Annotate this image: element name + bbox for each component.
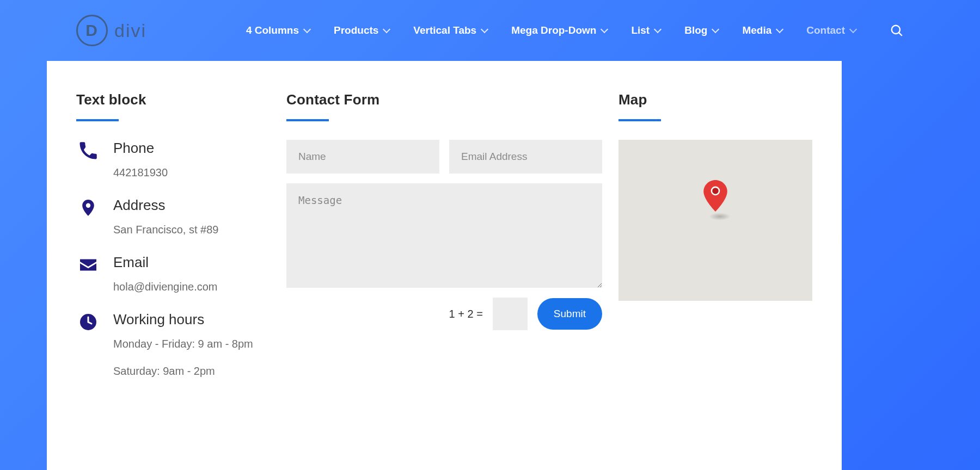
info-email-label: Email — [113, 254, 218, 271]
map-marker-icon — [703, 180, 727, 214]
nav-media[interactable]: Media — [742, 24, 782, 36]
map-widget[interactable] — [618, 140, 812, 301]
clock-icon — [76, 311, 100, 380]
section-underline — [286, 119, 329, 121]
email-input[interactable] — [449, 140, 602, 174]
brand-logo[interactable]: D divi — [76, 15, 146, 46]
info-email: Email hola@diviengine.com — [76, 254, 270, 296]
chevron-down-icon — [481, 26, 488, 33]
nav-label: 4 Columns — [246, 24, 299, 36]
brand-name: divi — [114, 20, 146, 41]
map-column: Map — [618, 91, 812, 448]
info-phone: Phone 442181930 — [76, 140, 270, 182]
info-hours-label: Working hours — [113, 311, 253, 328]
map-title: Map — [618, 91, 812, 108]
section-underline — [618, 119, 661, 121]
nav-label: Mega Drop-Down — [511, 24, 596, 36]
nav-label: Media — [742, 24, 771, 36]
site-header: D divi 4 Columns Products Vertical Tabs … — [0, 0, 980, 61]
map-pin-icon — [76, 197, 100, 239]
text-block-title: Text block — [76, 91, 270, 108]
svg-point-4 — [712, 188, 719, 194]
nav-list[interactable]: List — [631, 24, 660, 36]
nav-blog[interactable]: Blog — [684, 24, 718, 36]
chevron-down-icon — [712, 26, 719, 33]
chevron-down-icon — [383, 26, 390, 33]
info-address: Address San Francisco, st #89 — [76, 197, 270, 239]
nav-contact[interactable]: Contact — [806, 24, 856, 36]
search-button[interactable] — [890, 23, 904, 38]
nav-4-columns[interactable]: 4 Columns — [246, 24, 310, 36]
phone-icon — [76, 140, 100, 182]
map-pin-shadow — [709, 213, 731, 220]
info-email-value: hola@diviengine.com — [113, 277, 218, 296]
nav-label: Products — [334, 24, 378, 36]
mega-menu-panel: Text block Phone 442181930 Address San F… — [47, 61, 842, 470]
captcha-input[interactable] — [493, 298, 528, 330]
nav-mega-drop-down[interactable]: Mega Drop-Down — [511, 24, 607, 36]
captcha-label: 1 + 2 = — [449, 308, 483, 320]
nav-vertical-tabs[interactable]: Vertical Tabs — [413, 24, 487, 36]
info-address-value: San Francisco, st #89 — [113, 220, 218, 239]
chevron-down-icon — [849, 26, 857, 33]
svg-line-1 — [899, 33, 902, 36]
nav-label: List — [631, 24, 650, 36]
chevron-down-icon — [654, 26, 661, 33]
svg-point-0 — [892, 26, 900, 34]
info-hours-line1: Monday - Friday: 9 am - 8pm — [113, 335, 253, 353]
info-phone-value: 442181930 — [113, 163, 168, 182]
nav-label: Contact — [806, 24, 845, 36]
submit-button[interactable]: Submit — [537, 298, 602, 330]
brand-mark: D — [76, 15, 108, 46]
envelope-icon — [76, 254, 100, 296]
nav-label: Vertical Tabs — [413, 24, 476, 36]
name-input[interactable] — [286, 140, 439, 174]
contact-form-title: Contact Form — [286, 91, 602, 108]
text-block-column: Text block Phone 442181930 Address San F… — [76, 91, 270, 448]
primary-nav: 4 Columns Products Vertical Tabs Mega Dr… — [246, 23, 904, 38]
search-icon — [890, 23, 904, 38]
info-hours-line2: Saturday: 9am - 2pm — [113, 362, 253, 380]
contact-form-column: Contact Form 1 + 2 = Submit — [286, 91, 602, 448]
nav-label: Blog — [684, 24, 707, 36]
info-address-label: Address — [113, 197, 218, 214]
chevron-down-icon — [601, 26, 608, 33]
message-textarea[interactable] — [286, 183, 602, 288]
section-underline — [76, 119, 119, 121]
info-phone-label: Phone — [113, 140, 168, 157]
nav-products[interactable]: Products — [334, 24, 389, 36]
chevron-down-icon — [776, 26, 783, 33]
info-hours: Working hours Monday - Friday: 9 am - 8p… — [76, 311, 270, 380]
chevron-down-icon — [303, 26, 311, 33]
